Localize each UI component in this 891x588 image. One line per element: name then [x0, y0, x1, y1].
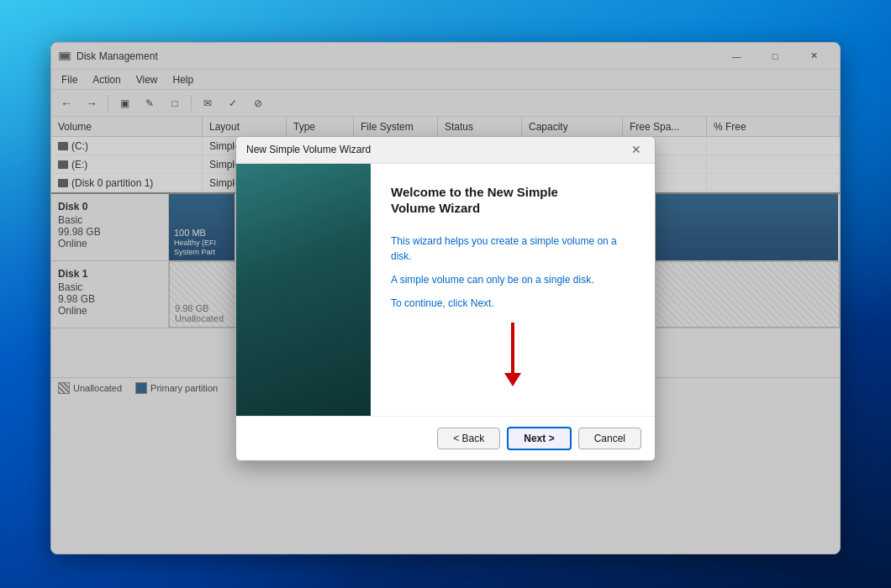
dialog-close-button[interactable]: ✕ — [628, 141, 645, 158]
dialog-heading: Welcome to the New SimpleVolume Wizard — [391, 184, 635, 217]
dialog-title: New Simple Volume Wizard — [246, 144, 628, 155]
dialog-line-1: This wizard helps you create a simple vo… — [391, 234, 635, 264]
next-button[interactable]: Next > — [507, 427, 571, 450]
dialog-body: Welcome to the New SimpleVolume Wizard T… — [236, 164, 655, 416]
dialog-sidebar-image — [236, 164, 371, 416]
back-button[interactable]: < Back — [437, 428, 500, 449]
new-simple-volume-dialog: New Simple Volume Wizard ✕ Welcome to th… — [235, 136, 656, 461]
dialog-content-area: Welcome to the New SimpleVolume Wizard T… — [371, 164, 655, 416]
dialog-footer: < Back Next > Cancel — [236, 416, 655, 460]
dialog-overlay: New Simple Volume Wizard ✕ Welcome to th… — [51, 43, 840, 554]
dialog-titlebar: New Simple Volume Wizard ✕ — [236, 137, 655, 164]
arrow-container — [391, 319, 635, 386]
red-arrow — [504, 323, 521, 386]
dialog-line-2: A simple volume can only be on a single … — [391, 272, 635, 287]
dialog-line-3: To continue, click Next. — [391, 296, 635, 311]
cancel-button[interactable]: Cancel — [578, 428, 641, 449]
disk-management-window: Disk Management — □ ✕ File Action View H… — [50, 42, 841, 554]
arrow-head — [504, 373, 521, 386]
arrow-line — [511, 323, 514, 373]
